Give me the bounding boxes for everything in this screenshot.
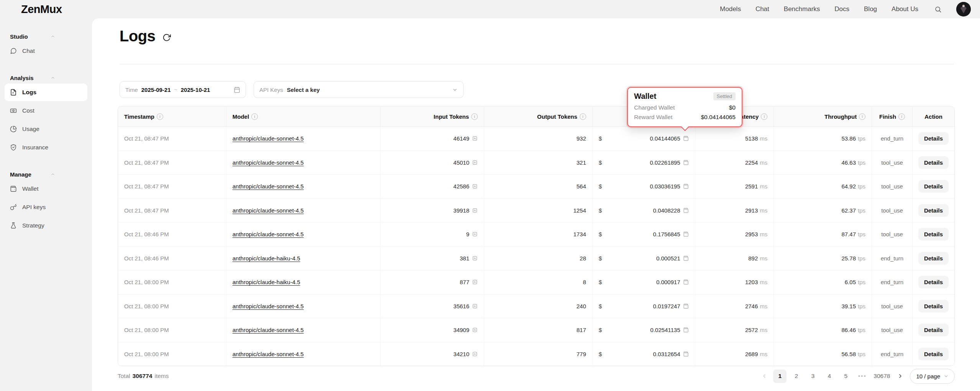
cost-value-group: 0.0197247 — [653, 303, 689, 309]
page-ellipsis[interactable]: ••• — [855, 370, 869, 383]
wallet-breakdown-icon[interactable] — [683, 136, 689, 141]
details-button[interactable]: Details — [918, 348, 949, 360]
timestamp-cell: Oct 21, 08:00 PM — [118, 294, 226, 318]
wallet-breakdown-icon[interactable] — [683, 183, 689, 189]
page-button-30678[interactable]: 30678 — [872, 370, 892, 383]
token-detail-icon[interactable] — [472, 231, 478, 237]
details-button[interactable]: Details — [918, 252, 949, 265]
latency-cell: 892ms — [695, 247, 774, 270]
page-button-1[interactable]: 1 — [773, 370, 787, 383]
details-button[interactable]: Details — [918, 228, 949, 240]
details-button[interactable]: Details — [918, 276, 949, 288]
info-icon[interactable]: i — [471, 113, 478, 120]
model-link[interactable]: anthropic/claude-sonnet-4.5 — [233, 183, 304, 190]
nav-item-chat[interactable]: Chat — [755, 5, 769, 13]
nav-item-docs[interactable]: Docs — [834, 5, 849, 13]
wallet-breakdown-icon[interactable] — [683, 231, 689, 237]
sidebar-item-usage[interactable]: Usage — [5, 120, 87, 138]
api-keys-select[interactable]: API Keys Select a key — [254, 81, 464, 98]
sidebar-item-wallet[interactable]: Wallet — [5, 180, 87, 198]
output-tokens-value: 240 — [577, 303, 586, 309]
previous-page-button[interactable] — [759, 370, 770, 383]
info-icon[interactable]: i — [898, 113, 905, 120]
info-icon[interactable]: i — [251, 113, 258, 120]
input-tokens-cell: 35616 — [380, 294, 484, 318]
date-range-picker[interactable]: Time 2025-09-21 ~ 2025-10-21 — [120, 81, 246, 98]
throughput-value: 62.37 — [842, 207, 856, 214]
details-button[interactable]: Details — [918, 156, 949, 169]
wallet-breakdown-icon[interactable] — [683, 327, 689, 333]
model-link[interactable]: anthropic/claude-sonnet-4.5 — [233, 207, 304, 214]
wallet-breakdown-icon[interactable] — [683, 208, 689, 213]
model-cell: anthropic/claude-haiku-4.5 — [226, 270, 381, 294]
details-button[interactable]: Details — [918, 300, 949, 312]
search-icon[interactable] — [934, 6, 942, 13]
model-link[interactable]: anthropic/claude-sonnet-4.5 — [233, 135, 304, 142]
sidebar-section-header-manage[interactable]: Manage — [0, 169, 92, 179]
token-detail-icon[interactable] — [472, 183, 478, 189]
cost-value: 0.04144065 — [650, 135, 680, 142]
token-detail-icon[interactable] — [472, 255, 478, 261]
model-link[interactable]: anthropic/claude-sonnet-4.5 — [233, 159, 304, 166]
model-link[interactable]: anthropic/claude-haiku-4.5 — [233, 255, 300, 262]
token-detail-icon[interactable] — [472, 279, 478, 285]
model-link[interactable]: anthropic/claude-sonnet-4.5 — [233, 351, 304, 357]
token-detail-icon[interactable] — [472, 351, 478, 357]
sidebar-item-label: API keys — [22, 204, 46, 211]
details-button[interactable]: Details — [918, 324, 949, 336]
sidebar-item-logs[interactable]: Logs — [5, 83, 87, 101]
nav-item-benchmarks[interactable]: Benchmarks — [784, 5, 820, 13]
info-icon[interactable]: i — [580, 113, 586, 120]
token-detail-icon[interactable] — [472, 327, 478, 333]
model-link[interactable]: anthropic/claude-sonnet-4.5 — [233, 303, 304, 309]
wallet-breakdown-icon[interactable] — [683, 160, 689, 165]
nav-item-models[interactable]: Models — [720, 5, 741, 13]
refresh-icon[interactable] — [162, 33, 171, 42]
sidebar-section-header-studio[interactable]: Studio — [0, 31, 92, 41]
info-icon[interactable]: i — [157, 113, 163, 120]
next-page-button[interactable] — [895, 370, 906, 383]
page-button-5[interactable]: 5 — [839, 370, 852, 383]
currency-symbol: $ — [599, 303, 602, 309]
nav-item-about-us[interactable]: About Us — [892, 5, 918, 13]
model-link[interactable]: anthropic/claude-haiku-4.5 — [233, 279, 300, 285]
details-button[interactable]: Details — [918, 132, 949, 145]
wallet-breakdown-icon[interactable] — [683, 279, 689, 285]
nav-item-blog[interactable]: Blog — [864, 5, 877, 13]
date-end[interactable]: 2025-10-21 — [181, 87, 210, 93]
sidebar-item-insurance[interactable]: Insurance — [5, 139, 87, 156]
wallet-breakdown-icon[interactable] — [683, 255, 689, 261]
finish-cell: tool_use — [872, 175, 913, 198]
token-detail-icon[interactable] — [472, 136, 478, 141]
page-button-2[interactable]: 2 — [790, 370, 803, 383]
sidebar-item-api-keys[interactable]: API keys — [5, 198, 87, 216]
sidebar-section-header-analysis[interactable]: Analysis — [0, 73, 92, 83]
info-icon[interactable]: i — [761, 113, 767, 120]
details-button[interactable]: Details — [918, 180, 949, 193]
page-size-select[interactable]: 10 / page — [910, 369, 955, 384]
sidebar-item-cost[interactable]: Cost — [5, 102, 87, 119]
token-detail-icon[interactable] — [472, 208, 478, 213]
timestamp-value: Oct 21, 08:47 PM — [124, 135, 169, 142]
key-icon — [10, 204, 17, 211]
token-detail-icon[interactable] — [472, 303, 478, 309]
date-start[interactable]: 2025-09-21 — [141, 87, 171, 93]
sidebar-item-chat[interactable]: Chat — [5, 42, 87, 60]
output-tokens-cell: 564 — [484, 175, 593, 198]
brand-logo[interactable]: ZenMux — [21, 3, 62, 16]
page-button-4[interactable]: 4 — [823, 370, 836, 383]
sidebar-item-strategy[interactable]: Strategy — [5, 217, 87, 234]
output-tokens-cell: 1254 — [484, 199, 593, 222]
finish-reason: tool_use — [881, 327, 903, 333]
wallet-breakdown-icon[interactable] — [683, 351, 689, 357]
model-link[interactable]: anthropic/claude-sonnet-4.5 — [233, 327, 304, 333]
avatar[interactable] — [956, 2, 971, 16]
wallet-breakdown-icon[interactable] — [683, 303, 689, 309]
sidebar-section-analysis: AnalysisLogsCostUsageInsurance — [0, 73, 92, 156]
calendar-icon[interactable] — [234, 87, 240, 93]
details-button[interactable]: Details — [918, 204, 949, 217]
info-icon[interactable]: i — [859, 113, 865, 120]
page-button-3[interactable]: 3 — [806, 370, 819, 383]
token-detail-icon[interactable] — [472, 160, 478, 165]
model-link[interactable]: anthropic/claude-sonnet-4.5 — [233, 231, 304, 237]
